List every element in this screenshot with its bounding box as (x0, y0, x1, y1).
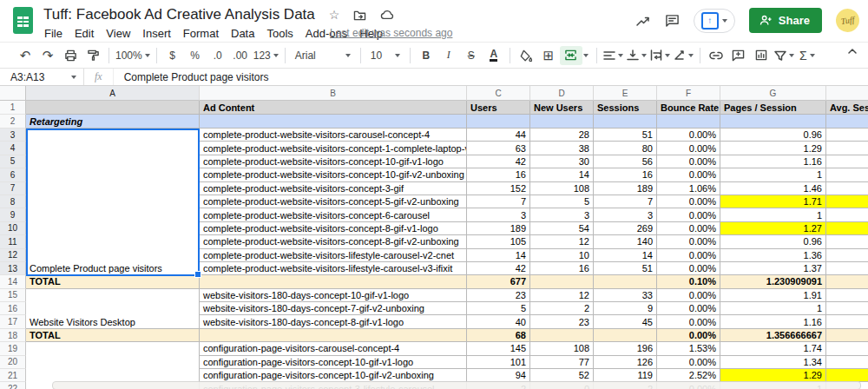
cell-F17[interactable]: 0.00% (657, 315, 720, 328)
row-header-18[interactable]: 18 (0, 329, 26, 342)
cell-G2[interactable] (720, 115, 826, 129)
row-header-16[interactable]: 16 (0, 302, 26, 315)
borders-button[interactable]: ⊞ (537, 46, 560, 65)
comment-history-icon[interactable] (665, 14, 680, 28)
cell-C18[interactable]: 68 (467, 329, 530, 342)
column-header-A[interactable]: A (26, 86, 200, 101)
document-title[interactable]: Tuff: Facebook Ad Creative Analysis Data (43, 6, 315, 23)
menu-format[interactable]: Format (177, 25, 225, 42)
cell-E20[interactable]: 126 (594, 356, 657, 369)
merge-dropdown-icon[interactable] (583, 54, 589, 57)
row-header-20[interactable]: 20 (0, 356, 26, 369)
cell-H18[interactable] (826, 329, 868, 342)
cell-F7[interactable]: 1.06% (657, 182, 720, 195)
cell-F16[interactable]: 0.00% (657, 302, 720, 315)
undo-button[interactable]: ↶ (14, 46, 36, 65)
row-header-8[interactable]: 8 (0, 195, 26, 208)
cell-E5[interactable]: 56 (594, 155, 657, 168)
column-header-G[interactable]: G (720, 86, 826, 101)
cell-D10[interactable]: 54 (530, 222, 594, 235)
cell-F9[interactable]: 0.00% (657, 208, 720, 221)
menu-file[interactable]: File (38, 25, 69, 42)
cell-C5[interactable]: 42 (467, 155, 530, 168)
cell-D12[interactable]: 10 (530, 249, 594, 262)
cell-G12[interactable]: 1.36 (720, 249, 826, 262)
cell-C1[interactable]: Users (467, 101, 530, 115)
cell-D16[interactable]: 2 (530, 302, 594, 315)
cell-B10[interactable]: complete-product-website-visitors-concep… (200, 222, 467, 235)
cell-A14[interactable]: TOTAL (26, 275, 200, 288)
menu-insert[interactable]: Insert (136, 25, 177, 42)
cell-D3[interactable]: 28 (530, 129, 594, 142)
cell-C15[interactable]: 23 (467, 289, 530, 302)
cell-B20[interactable]: configuration-page-visitors-concept-10-g… (200, 356, 467, 369)
cell-A19[interactable] (26, 342, 200, 355)
cell-D17[interactable]: 23 (530, 315, 594, 328)
cell-G13[interactable]: 1.37 (720, 262, 826, 275)
cell-C17[interactable]: 40 (467, 315, 530, 328)
cell-H19[interactable] (826, 342, 868, 355)
cell-D20[interactable]: 77 (530, 356, 594, 369)
cell-G4[interactable]: 1.29 (720, 142, 826, 155)
cell-C9[interactable]: 3 (467, 208, 530, 221)
cell-F1[interactable]: Bounce Rate (657, 101, 720, 115)
menu-view[interactable]: View (100, 25, 136, 42)
cell-C4[interactable]: 63 (467, 142, 530, 155)
font-select[interactable]: Arial (290, 46, 356, 65)
row-header-22[interactable]: 22 (0, 382, 26, 389)
last-edit-link[interactable]: Last edit was seconds ago (330, 27, 452, 39)
cell-D15[interactable]: 12 (530, 289, 594, 302)
cell-B17[interactable]: website-visitors-180-days-concept-8-gif-… (200, 315, 467, 328)
cell-A13[interactable]: Complete Product page visitors (26, 262, 200, 275)
cell-H5[interactable] (826, 155, 868, 168)
format-percent-button[interactable]: % (184, 46, 207, 65)
cell-E1[interactable]: Sessions (594, 101, 657, 115)
cell-F13[interactable]: 0.00% (657, 262, 720, 275)
cell-H6[interactable] (826, 168, 868, 181)
row-header-3[interactable]: 3 (0, 129, 26, 142)
cell-G5[interactable]: 1.16 (720, 155, 826, 168)
cell-F12[interactable]: 0.00% (657, 249, 720, 262)
row-header-11[interactable]: 11 (0, 235, 26, 248)
cell-G6[interactable]: 1 (720, 168, 826, 181)
row-header-19[interactable]: 19 (0, 342, 26, 355)
print-button[interactable] (59, 46, 82, 65)
cell-H15[interactable] (826, 289, 868, 302)
filter-button[interactable] (773, 46, 796, 65)
cell-G20[interactable]: 1.34 (720, 356, 826, 369)
cell-B5[interactable]: complete-product-website-visitors-concep… (200, 155, 467, 168)
insert-link-button[interactable] (705, 46, 727, 65)
cell-F11[interactable]: 0.00% (657, 235, 720, 248)
cell-B9[interactable]: complete-product-website-visitors-concep… (200, 208, 467, 221)
cell-E17[interactable]: 45 (594, 315, 657, 328)
row-header-1[interactable]: 1 (0, 101, 26, 115)
cell-H1[interactable]: Avg. Sessi (826, 101, 868, 115)
collapse-toolbar-icon[interactable] (847, 48, 858, 55)
cell-A2[interactable]: Retargeting (26, 115, 200, 129)
cell-D6[interactable]: 14 (530, 168, 594, 181)
account-avatar[interactable]: Tuff (834, 7, 860, 33)
insert-chart-button[interactable] (750, 46, 773, 65)
paint-format-button[interactable] (82, 46, 104, 65)
column-header-E[interactable]: E (594, 86, 657, 101)
cell-G9[interactable]: 1 (720, 208, 826, 221)
cell-C13[interactable]: 42 (467, 262, 530, 275)
cell-A16[interactable] (26, 302, 200, 315)
menu-tools[interactable]: Tools (260, 25, 299, 42)
cell-B14[interactable] (200, 275, 467, 288)
cell-B7[interactable]: complete-product-website-visitors-concep… (200, 182, 467, 195)
cell-C14[interactable]: 677 (467, 275, 530, 288)
cell-G11[interactable]: 0.96 (720, 235, 826, 248)
insert-comment-button[interactable] (727, 46, 750, 65)
row-header-5[interactable]: 5 (0, 155, 26, 168)
cell-H13[interactable] (826, 262, 868, 275)
cell-E9[interactable]: 3 (594, 208, 657, 221)
cell-H11[interactable] (826, 235, 868, 248)
cell-E16[interactable]: 9 (594, 302, 657, 315)
cell-G3[interactable]: 0.96 (720, 129, 826, 142)
cell-C16[interactable]: 5 (467, 302, 530, 315)
present-dropdown-icon[interactable] (722, 19, 727, 23)
cell-C20[interactable]: 101 (467, 356, 530, 369)
cell-B19[interactable]: configuration-page-visitors-carousel-con… (200, 342, 467, 355)
cell-G1[interactable]: Pages / Session (720, 101, 826, 115)
